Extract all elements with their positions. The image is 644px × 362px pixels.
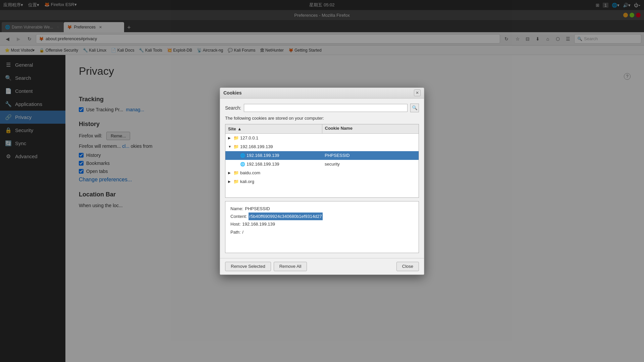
tree-row-phpsessid[interactable]: 🌐 192.168.199.139 PHPSESSID xyxy=(225,151,419,160)
tree-row-security-site: 🌐 192.168.199.139 xyxy=(225,162,322,167)
tree-row-baidu-label: baidu.com xyxy=(240,170,260,175)
globe-icon-phpsessid: 🌐 xyxy=(240,153,245,158)
tree-row-security-label: 192.168.199.139 xyxy=(247,162,279,167)
tree-row-baidu-site: ▶ 📁 baidu.com xyxy=(225,170,322,175)
folder-icon-192: 📁 xyxy=(233,144,239,149)
expand-arrow-icon: ▶ xyxy=(228,136,232,140)
detail-content-label: Content: xyxy=(230,213,247,220)
tree-row-security[interactable]: 🌐 192.168.199.139 security xyxy=(225,160,419,169)
detail-content-row: Content: r5b40ff6909924c340680b1ef9314d2… xyxy=(230,213,414,220)
folder-icon-127: 📁 xyxy=(233,135,239,140)
search-row: Search: 🔍 xyxy=(225,104,419,112)
left-buttons: Remove Selected Remove All xyxy=(225,262,307,271)
collapse-arrow-icon: ▼ xyxy=(228,145,232,148)
tree-row-security-cookie: security xyxy=(322,162,419,167)
detail-name-label: Name: xyxy=(230,205,243,213)
detail-name-value: PHPSESSID xyxy=(245,205,270,213)
tree-row-kali[interactable]: ▶ 📁 kali.org xyxy=(225,177,419,186)
tree-row-192-folder-label: 192.168.199.139 xyxy=(240,144,273,149)
expand-arrow-kali-icon: ▶ xyxy=(228,180,232,183)
cookies-dialog: Cookies ✕ Search: 🔍 The following cookie… xyxy=(220,87,424,275)
dialog-buttons: Remove Selected Remove All Close xyxy=(220,258,424,275)
cookie-name-column-label: Cookie Name xyxy=(325,126,353,131)
folder-icon-baidu: 📁 xyxy=(233,170,239,175)
detail-path-value: / xyxy=(242,228,244,236)
dialog-close-button[interactable]: ✕ xyxy=(414,89,421,96)
detail-host-row: Host: 192.168.199.139 xyxy=(230,220,414,228)
detail-host-label: Host: xyxy=(230,220,240,228)
search-label: Search: xyxy=(225,105,241,111)
close-dialog-button[interactable]: Close xyxy=(396,262,419,271)
tree-row-phpsessid-cookie: PHPSESSID xyxy=(322,153,419,158)
tree-row-127-label: 127.0.0.1 xyxy=(240,135,258,140)
tree-row-127-site: ▶ 📁 127.0.0.1 xyxy=(225,135,322,140)
detail-host-value: 192.168.199.139 xyxy=(242,220,275,228)
tree-row-kali-site: ▶ 📁 kali.org xyxy=(225,179,322,184)
site-column-header[interactable]: Site ▲ xyxy=(225,124,322,133)
tree-row-192-folder[interactable]: ▼ 📁 192.168.199.139 xyxy=(225,142,419,151)
remove-all-button[interactable]: Remove All xyxy=(274,262,307,271)
detail-name-row: Name: PHPSESSID xyxy=(230,205,414,213)
sort-arrow-icon: ▲ xyxy=(237,126,242,131)
detail-content-value[interactable]: r5b40ff6909924c340680b1ef9314d27 xyxy=(249,213,323,220)
cookie-tree-header: Site ▲ Cookie Name xyxy=(225,124,419,134)
detail-path-row: Path: / xyxy=(230,228,414,236)
dialog-body: Search: 🔍 The following cookies are stor… xyxy=(220,99,424,258)
tree-row-192-folder-site: ▼ 📁 192.168.199.139 xyxy=(225,144,322,149)
cookie-tree: Site ▲ Cookie Name ▶ 📁 127.0.0.1 xyxy=(225,124,419,198)
expand-arrow-baidu-icon: ▶ xyxy=(228,171,232,175)
search-input[interactable] xyxy=(244,104,408,112)
site-column-label: Site xyxy=(228,126,236,131)
folder-icon-kali: 📁 xyxy=(233,179,239,184)
tree-scroll[interactable]: ▶ 📁 127.0.0.1 ▼ 📁 192.168.199.139 xyxy=(225,134,419,197)
modal-overlay: Cookies ✕ Search: 🔍 The following cookie… xyxy=(0,0,644,362)
tree-row-phpsessid-label: 192.168.199.139 xyxy=(247,153,279,158)
tree-row-kali-label: kali.org xyxy=(240,179,254,184)
cookies-desc: The following cookies are stored on your… xyxy=(225,116,419,121)
tree-row-127[interactable]: ▶ 📁 127.0.0.1 xyxy=(225,134,419,142)
cookie-name-column-header[interactable]: Cookie Name xyxy=(322,124,419,133)
detail-path-label: Path: xyxy=(230,228,240,236)
remove-selected-button[interactable]: Remove Selected xyxy=(225,262,271,271)
dialog-title-bar: Cookies ✕ xyxy=(220,88,424,99)
dialog-title: Cookies xyxy=(223,90,241,96)
tree-row-baidu[interactable]: ▶ 📁 baidu.com xyxy=(225,169,419,177)
globe-icon-security: 🌐 xyxy=(240,162,245,167)
tree-row-phpsessid-site: 🌐 192.168.199.139 xyxy=(225,153,322,158)
search-button[interactable]: 🔍 xyxy=(410,104,419,112)
cookie-detail: Name: PHPSESSID Content: r5b40ff6909924c… xyxy=(225,201,419,253)
